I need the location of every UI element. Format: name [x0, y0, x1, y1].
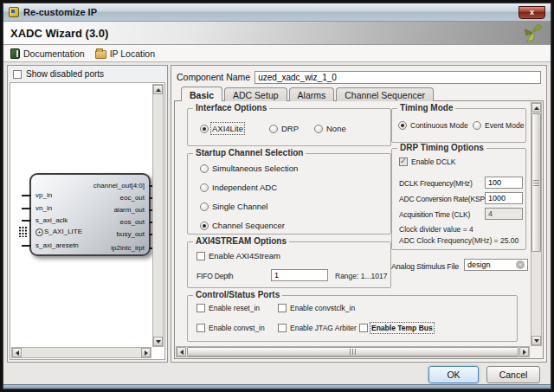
right-arrow-icon — [145, 350, 148, 356]
radio-simultaneous-selection[interactable]: Simultaneous Selection — [200, 164, 298, 173]
content-scroll-down-button[interactable] — [531, 336, 541, 345]
thumb-grip — [350, 349, 356, 355]
config-panel: Component Name Basic ADC Setup Alarms Ch… — [171, 65, 547, 363]
content-vertical-scrollbar[interactable] — [531, 102, 542, 346]
radio-none[interactable]: None — [314, 124, 346, 133]
expand-plus-icon[interactable]: + — [35, 228, 43, 236]
radio-axi4lite[interactable]: AXI4Lite — [200, 124, 243, 133]
startup-channel-selection-title: Startup Channel Selection — [193, 148, 306, 157]
radio-drp[interactable]: DRP — [269, 124, 299, 133]
radio-icon — [200, 202, 209, 211]
right-arrow-icon — [523, 350, 526, 355]
radio-icon — [200, 125, 209, 133]
tab-adc-setup[interactable]: ADC Setup — [224, 87, 287, 101]
radio-independent-adc[interactable]: Independent ADC — [200, 183, 277, 192]
control-status-ports-title: Control/Status Ports — [193, 290, 282, 299]
radio-simultaneous-label: Simultaneous Selection — [212, 164, 298, 173]
content-horizontal-scrollbar[interactable] — [176, 346, 530, 357]
basic-tab-content: Interface Options AXI4Lite DRP None — [174, 100, 544, 359]
show-disabled-ports-checkbox[interactable] — [13, 70, 22, 79]
recustomize-ip-dialog: Re-customize IP x XADC Wizard (3.0) Docu… — [3, 3, 551, 389]
show-disabled-ports-label: Show disabled ports — [26, 69, 104, 79]
left-scroll-right-button[interactable] — [141, 348, 151, 357]
adc-conversion-rate-input[interactable] — [485, 192, 523, 204]
ok-button[interactable]: OK — [428, 366, 479, 383]
radio-icon — [200, 183, 209, 192]
port-eos-out: eos_out — [120, 219, 145, 226]
radio-event-mode[interactable]: Event Mode — [473, 121, 524, 130]
checkbox-enable-axi4stream[interactable]: Enable AXI4Stream — [196, 251, 280, 260]
port-vn-in: vn_in — [35, 205, 52, 212]
port-ip2intc-irpt: ip2intc_irpt — [111, 245, 145, 252]
ip-diagram-canvas[interactable]: vp_in vn_in s_axi_aclk +S_AXI_LITE — [10, 82, 165, 360]
left-vertical-scrollbar[interactable] — [152, 84, 164, 347]
port-channel-out: channel_out[4:0] — [93, 183, 145, 190]
tab-basic[interactable]: Basic — [181, 87, 222, 101]
close-button[interactable]: x — [519, 6, 545, 19]
content-scroll-left-button[interactable] — [177, 347, 186, 357]
analog-stimulus-label: Analog Stimulus File — [391, 262, 459, 271]
clear-icon[interactable]: × — [516, 260, 525, 269]
radio-independent-label: Independent ADC — [212, 183, 277, 192]
tab-alarms[interactable]: Alarms — [289, 87, 335, 101]
fifo-depth-label: FIFO Depth — [196, 272, 233, 280]
clock-divider-text: Clock divider value = 4 — [399, 225, 473, 234]
radio-axi4lite-label: AXI4Lite — [212, 124, 243, 133]
enable-convstclk-in-label: Enable convstclk_in — [290, 304, 355, 312]
acquisition-time-input — [485, 208, 523, 220]
left-scroll-down-button[interactable] — [153, 337, 163, 346]
documentation-label: Documentation — [23, 48, 85, 59]
enable-temp-bus-label: Enable Temp Bus — [371, 324, 433, 332]
documentation-button[interactable]: Documentation — [10, 48, 85, 59]
tab-bar: Basic ADC Setup Alarms Channel Sequencer — [174, 85, 544, 100]
radio-none-label: None — [326, 124, 346, 133]
content-vscroll-thumb[interactable] — [531, 113, 541, 252]
interface-pins-icon — [19, 227, 27, 237]
port-eoc-out: eoc_out — [120, 195, 145, 202]
radio-icon — [473, 121, 481, 130]
component-name-input[interactable] — [254, 71, 541, 84]
enable-jtag-arbiter-label: Enable JTAG Arbiter — [290, 324, 357, 332]
checkbox-enable-convst-in[interactable]: Enable convst_in — [196, 324, 265, 332]
checkbox-enable-jtag-arbiter[interactable]: Enable JTAG Arbiter — [278, 324, 357, 332]
group-drp-timing-options: DRP Timing Options Enable DCLK DCLK Freq… — [391, 148, 526, 250]
content-hscroll-thumb[interactable] — [187, 347, 519, 357]
left-horizontal-scrollbar[interactable] — [11, 347, 151, 358]
up-arrow-icon — [156, 88, 161, 92]
left-scroll-left-button[interactable] — [12, 348, 22, 357]
ip-location-label: IP Location — [110, 48, 155, 59]
port-vp-in: vp_in — [35, 192, 52, 199]
port-alarm-out: alarm_out — [113, 207, 145, 214]
thumb-grip — [533, 180, 539, 186]
checkbox-icon — [359, 324, 368, 332]
continuous-mode-label: Continuous Mode — [410, 121, 468, 130]
radio-icon — [200, 222, 209, 230]
ip-location-button[interactable]: IP Location — [95, 48, 155, 59]
checkbox-enable-reset-in[interactable]: Enable reset_in — [196, 304, 260, 312]
radio-single-channel-label: Single Channel — [212, 202, 267, 211]
content-scroll-up-button[interactable] — [531, 103, 541, 112]
tab-channel-sequencer[interactable]: Channel Sequencer — [336, 87, 434, 101]
dclk-frequency-input[interactable] — [485, 177, 523, 189]
radio-channel-sequencer[interactable]: Channel Sequencer — [200, 221, 285, 230]
left-scroll-up-button[interactable] — [153, 85, 163, 94]
content-scroll-right-button[interactable] — [519, 347, 529, 357]
component-name-row: Component Name — [174, 69, 544, 85]
ip-block-diagram: vp_in vn_in s_axi_aclk +S_AXI_LITE — [29, 173, 151, 256]
radio-icon — [269, 125, 278, 133]
titlebar[interactable]: Re-customize IP x — [3, 3, 551, 22]
checkbox-enable-temp-bus[interactable]: Enable Temp Bus — [359, 324, 433, 332]
cancel-button[interactable]: Cancel — [486, 366, 540, 383]
checkbox-icon — [196, 304, 205, 312]
radio-continuous-mode[interactable]: Continuous Mode — [398, 121, 468, 130]
radio-single-channel[interactable]: Single Channel — [200, 202, 267, 211]
fifo-depth-input[interactable] — [271, 269, 328, 281]
down-arrow-icon — [156, 340, 161, 344]
main-area: Show disabled ports vp_in vn_in s_axi_ac… — [3, 62, 551, 364]
window-title: Re-customize IP — [23, 7, 97, 17]
checkbox-enable-dclk[interactable]: Enable DCLK — [399, 157, 456, 166]
interface-options-title: Interface Options — [193, 103, 269, 112]
folder-icon — [95, 50, 106, 59]
group-control-status-ports: Control/Status Ports Enable reset_in Ena… — [187, 295, 518, 342]
checkbox-enable-convstclk-in[interactable]: Enable convstclk_in — [278, 304, 355, 312]
